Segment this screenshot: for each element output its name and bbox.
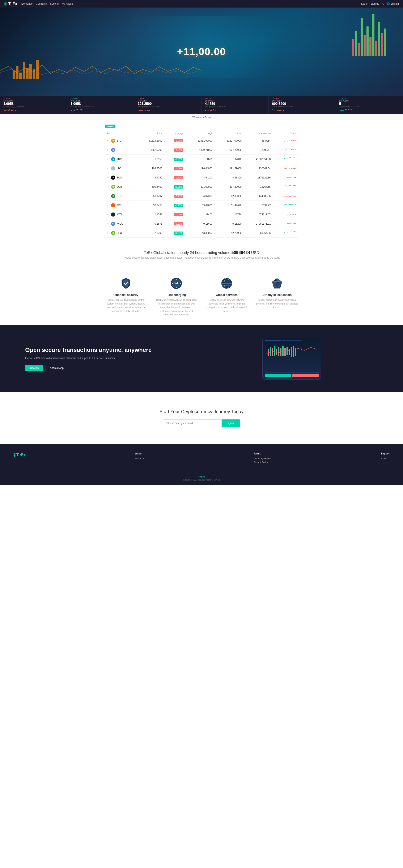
ticker-item-2: -1.58% LTC/USDT 193.2500 24H quantity 12… [134,96,202,114]
footer-copyright-text: Copyright 2021 TeEx all rights reserved [12,479,391,481]
table-cell-trend [272,182,298,191]
star-icon[interactable]: ★ [107,213,109,216]
email-input[interactable] [163,420,222,427]
star-icon[interactable]: ★ [107,139,109,142]
star-icon[interactable]: ★ [107,167,109,170]
navbar-nav: Exchange Contracts Second My Assets [21,2,74,5]
coin-icon: E [111,148,115,152]
col-volume: 24H Volume [243,131,272,136]
table-cell-low: 51.47670 [214,201,243,210]
market-table-section: USDT Pair Price Change High Low 24H Volu… [101,125,302,238]
table-cell-change: -0.52% [164,173,185,182]
table-cell-price: 4.4759 [137,173,164,182]
svg-rect-31 [287,347,288,355]
feature-global-services-desc: Global business services network coverag… [206,298,248,313]
table-cell-low: 0.15200 [214,219,243,228]
hero-content: +11,00.00 [177,46,226,58]
table-cell-pair: ★ B BCH [105,182,137,191]
stats-section: TeEx Global station, nearly 24 hours tra… [0,242,403,268]
star-icon[interactable]: ★ [107,185,109,188]
table-cell-trend [272,155,298,164]
table-row: ★ E ETH 4352.9700 -1.94% 4409.71000 4327… [105,145,298,155]
table-cell-change: -0.51% [164,164,185,173]
star-icon[interactable]: ★ [107,222,109,225]
navbar-left: ◎TeEx Exchange Contracts Second My Asset… [4,1,74,6]
signup-section: Start Your Cryptocurrency Journey Today … [0,392,403,444]
ticker-vol-2: 24H quantity 120667.6376 [138,106,198,108]
features-section: Financial security Comprehensive financi… [0,268,403,325]
login-link[interactable]: Log in [361,2,368,5]
ticker-item-3: -0.87% EOS/USDT 4.4759 24H quantity 2876… [202,96,269,114]
nav-myassets[interactable]: My Assets [62,2,74,5]
shield-icon [119,276,133,291]
footer-email-link[interactable]: e-mail [381,457,391,460]
star-icon[interactable]: ★ [107,158,109,161]
coin-icon: X [111,157,115,161]
table-cell-volume: 12767.55 [243,182,272,191]
android-app-button[interactable]: Android App [46,365,68,371]
navbar-logo[interactable]: ◎TeEx [4,1,17,6]
star-icon[interactable]: ★ [107,176,109,179]
star-icon[interactable]: ★ [107,204,109,207]
ticker-bar: -1.94% XRP/USDT 1.0958 24H quantity 4190… [0,96,403,114]
footer-privacy-link[interactable]: Privacy Policy [254,461,271,463]
coin-icon: B [111,138,115,143]
footer-about-link[interactable]: about Us [135,457,144,460]
col-low: Low [214,131,243,136]
stats-subtitle: Provide secure, reliable digital asset t… [4,256,399,259]
table-row: ★ X XRP 1.0958 +1.58% 1.11671 1.07012 41… [105,155,298,164]
ticker-change-4: -0.52% [272,97,332,100]
table-cell-low: 597.22000 [214,182,243,191]
svg-rect-34 [293,346,294,357]
star-icon[interactable]: ★ [107,149,109,151]
table-cell-low: 191.59000 [214,164,243,173]
footer-bottom: TeEx Copyright 2021 TeEx all rights rese… [12,471,391,481]
language-selector[interactable]: 🌐 English [386,2,399,5]
table-cell-change: -0.06% [164,219,185,228]
table-cell-pair: ★ L LTC [105,164,137,173]
feature-financial-security: Financial security Comprehensive financi… [105,276,147,317]
star-icon[interactable]: ★ [107,231,109,235]
signup-link[interactable]: Sign up [371,2,379,5]
table-cell-price: 1.1749 [137,210,164,219]
table-row: ★ B BCH 600.6400 +1.91% 601.02000 597.22… [105,182,298,191]
stats-title: TeEx Global station, nearly 24 hours tra… [4,250,399,255]
nav-exchange[interactable]: Exchange [21,2,32,5]
usdt-badge[interactable]: USDT [105,125,115,128]
table-cell-pair: ★ T TRB [105,201,137,210]
footer-about-title: About [135,452,144,455]
nav-second[interactable]: Second [50,2,59,5]
table-cell-price: 193.2500 [137,164,164,173]
table-cell-volume: 72292.57 [243,145,272,155]
svg-rect-32 [289,349,290,355]
table-cell-high: 4.54200 [185,173,214,182]
coin-icon: B [111,185,115,189]
table-cell-high: 54.07300 [185,191,214,201]
table-row: ★ B BTC 61614.6900 -1.07% 62951.99000 61… [105,136,298,145]
footer-terms-agreement-link[interactable]: Terms agreement [254,457,271,460]
dark-section-left: Open secure transactions anytime, anywhe… [25,346,197,371]
table-cell-pair: ★ E ETC [105,191,137,201]
table-cell-low: 52.80300 [214,191,243,201]
footer-terms-title: Terms [254,452,271,455]
feature-strictly-assets-desc: Strictly select high-quality encryption … [256,298,298,309]
table-cell-volume: 120667.64 [243,164,272,173]
ios-app-button[interactable]: IOS App [25,365,43,371]
ticker-vol-3: 24H quantity 2876526.1629 [205,106,265,108]
table-cell-high: 62951.99000 [185,136,214,145]
star-icon[interactable]: ★ [107,195,109,197]
nav-contracts[interactable]: Contracts [36,2,47,5]
svg-rect-23 [270,347,271,356]
table-cell-trend [272,145,298,155]
table-cell-pair: ★ E ETH [105,145,137,155]
ticker-price-1: 1.0958 [70,102,131,106]
feature-fast-charging: 24 Fast charging Recharge withdrawal can… [155,276,197,317]
print-link[interactable]: 🖨 [382,2,384,5]
svg-rect-25 [274,346,275,356]
col-change: Change [164,131,185,136]
globe-icon [219,276,234,291]
footer-terms-col: Terms Terms agreement Privacy Policy [254,452,271,465]
svg-rect-33 [291,347,292,357]
signup-button[interactable]: Sign up [222,420,240,427]
table-cell-low: 4.43400 [214,173,243,182]
